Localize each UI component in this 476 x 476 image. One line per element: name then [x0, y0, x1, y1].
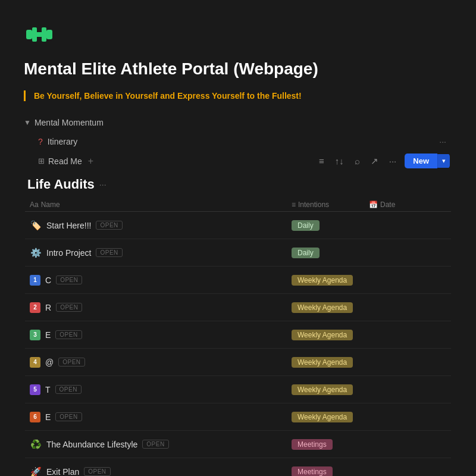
open-badge[interactable]: OPEN [58, 358, 84, 367]
itinerary-label: Itinerary [48, 137, 78, 146]
tag-badge[interactable]: Weekly Agenda [292, 357, 353, 368]
row-name-text: Exit Plan [46, 467, 79, 477]
search-icon[interactable]: ⌕ [352, 155, 362, 167]
table-row[interactable]: 🏷️ Start Here!!! OPEN Daily [25, 212, 451, 239]
table-row[interactable]: ⚙️ Intro Project OPEN Daily [25, 239, 451, 267]
row-emoji-icon: ♻️ [30, 439, 42, 450]
col-name-icon: Aa [30, 201, 39, 209]
open-badge[interactable]: OPEN [55, 412, 82, 421]
logo-icon [24, 19, 55, 50]
open-badge[interactable]: OPEN [96, 248, 122, 257]
table-body: 🏷️ Start Here!!! OPEN Daily ⚙️ Intro Pro… [25, 212, 451, 476]
table-row[interactable]: 4 @ OPEN Weekly Agenda [25, 349, 451, 376]
row-name-text: E [45, 412, 51, 422]
row-intentions-cell: Weekly Agenda [292, 275, 369, 286]
row-intentions-cell: Weekly Agenda [292, 412, 369, 422]
table-row[interactable]: ♻️ The Abundance Lifestyle OPEN Meetings [25, 431, 451, 458]
row-name-text: E [45, 330, 51, 340]
table-row[interactable]: 3 E OPEN Weekly Agenda [25, 321, 451, 349]
svg-rect-1 [46, 30, 52, 39]
read-me-row: ⊞ Read Me + ≡ ↑↓ ⌕ ↗ ··· New ▾ [24, 151, 452, 174]
open-badge[interactable]: OPEN [55, 385, 82, 394]
table-header: Aa Name ≡ Intentions 📅 Date [25, 198, 451, 212]
filter-icon[interactable]: ≡ [317, 155, 327, 167]
more-icon[interactable]: ··· [387, 155, 399, 167]
row-emoji-icon: 🏷️ [30, 220, 42, 231]
life-audits-title: Life Audits ··· [25, 177, 451, 192]
row-name-cell: ⚙️ Intro Project OPEN [30, 248, 292, 258]
row-intentions-cell: Meetings [292, 439, 369, 450]
logo-area [24, 19, 452, 50]
open-badge[interactable]: OPEN [96, 221, 122, 230]
row-name-cell: 5 T OPEN [30, 384, 292, 395]
life-audits-section: Life Audits ··· Aa Name ≡ Intentions 📅 D… [24, 177, 452, 476]
add-view-button[interactable]: + [86, 156, 96, 167]
table-row[interactable]: 5 T OPEN Weekly Agenda [25, 376, 451, 403]
row-number-icon: 2 [30, 302, 40, 313]
table-row[interactable]: 2 R OPEN Weekly Agenda [25, 294, 451, 321]
col-header-name: Aa Name [30, 201, 292, 209]
grid-icon: ⊞ [38, 156, 45, 165]
row-intentions-cell: Weekly Agenda [292, 384, 369, 395]
row-intentions-cell: Weekly Agenda [292, 302, 369, 313]
row-name-text: Intro Project [46, 248, 91, 258]
new-button-chevron[interactable]: ▾ [437, 154, 450, 168]
tag-badge[interactable]: Weekly Agenda [292, 330, 353, 340]
open-badge[interactable]: OPEN [56, 303, 82, 312]
new-button-group[interactable]: New ▾ [405, 154, 450, 168]
page-title: Mental Elite Athlete Portal (Webpage) [24, 60, 452, 79]
row-name-text: @ [45, 358, 54, 367]
question-icon: ? [38, 137, 43, 146]
life-audits-more-button[interactable]: ··· [99, 180, 107, 189]
itinerary-more-button[interactable]: ··· [436, 136, 450, 148]
tag-badge[interactable]: Daily [292, 248, 320, 258]
section-label: Mental Momentum [35, 118, 104, 127]
tag-badge[interactable]: Weekly Agenda [292, 412, 353, 422]
mental-momentum-header: ▼ Mental Momentum [24, 118, 452, 127]
row-intentions-cell: Daily [292, 220, 369, 231]
tag-badge[interactable]: Weekly Agenda [292, 275, 353, 286]
col-header-intentions: ≡ Intentions [292, 201, 369, 209]
open-badge[interactable]: OPEN [56, 275, 82, 284]
row-name-cell: 🏷️ Start Here!!! OPEN [30, 220, 292, 231]
new-button[interactable]: New [405, 154, 437, 168]
svg-rect-4 [42, 27, 46, 42]
table-row[interactable]: 🚀 Exit Plan OPEN Meetings [25, 458, 451, 476]
row-intentions-cell: Weekly Agenda [292, 357, 369, 368]
row-number-icon: 5 [30, 384, 40, 395]
open-badge[interactable]: OPEN [55, 330, 82, 339]
row-name-cell: 3 E OPEN [30, 330, 292, 340]
table-row[interactable]: 6 E OPEN Weekly Agenda [25, 403, 451, 431]
table-row[interactable]: 1 C OPEN Weekly Agenda [25, 267, 451, 294]
tag-badge[interactable]: Meetings [292, 439, 333, 450]
open-badge[interactable]: OPEN [84, 467, 110, 476]
row-intentions-cell: Meetings [292, 466, 369, 477]
tag-badge[interactable]: Daily [292, 220, 320, 231]
section-toggle[interactable]: ▼ [24, 118, 31, 127]
row-name-text: The Abundance Lifestyle [46, 440, 137, 449]
tag-badge[interactable]: Weekly Agenda [292, 302, 353, 313]
row-intentions-cell: Weekly Agenda [292, 330, 369, 340]
col-header-date: 📅 Date [369, 201, 446, 209]
read-me-inner: ⊞ Read Me + [38, 156, 96, 167]
row-name-cell: 2 R OPEN [30, 302, 292, 313]
read-me-label[interactable]: Read Me [48, 156, 82, 166]
row-name-cell: 6 E OPEN [30, 412, 292, 422]
row-name-text: C [45, 275, 51, 285]
itinerary-row[interactable]: ? Itinerary ··· [24, 132, 452, 151]
tag-badge[interactable]: Meetings [292, 466, 333, 477]
col-intentions-icon: ≡ [292, 201, 296, 209]
sort-icon[interactable]: ↑↓ [333, 155, 346, 167]
row-number-icon: 3 [30, 330, 40, 340]
row-name-cell: 1 C OPEN [30, 275, 292, 286]
row-name-cell: ♻️ The Abundance Lifestyle OPEN [30, 439, 292, 450]
row-name-text: R [45, 303, 51, 312]
open-badge[interactable]: OPEN [142, 440, 168, 449]
row-name-cell: 🚀 Exit Plan OPEN [30, 466, 292, 477]
row-name-text: Start Here!!! [46, 221, 91, 230]
quote-block: Be Yourself, Believe in Yourself and Exp… [24, 90, 452, 101]
tag-badge[interactable]: Weekly Agenda [292, 384, 353, 395]
row-emoji-icon: ⚙️ [30, 248, 42, 258]
link-icon[interactable]: ↗ [368, 155, 381, 168]
row-number-icon: 6 [30, 412, 40, 422]
